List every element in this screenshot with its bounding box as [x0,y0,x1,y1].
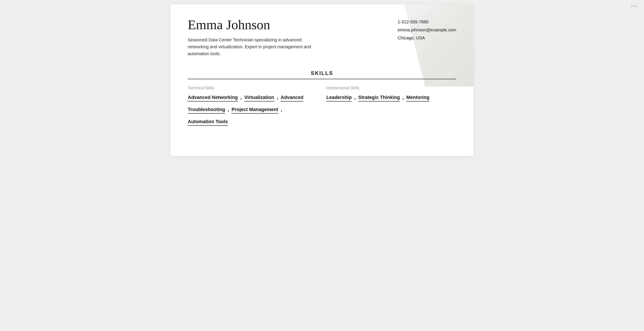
contact-location: Chicago, USA [398,36,456,40]
skill-advanced: Advanced [281,94,304,102]
skill-automation-tools: Automation Tools [188,119,228,126]
header-section: Emma Johnson Seasoned Data Center Techni… [188,17,456,57]
interpersonal-skills-column: Interpersonal Skills Leadership, Strateg… [326,86,456,131]
skill-advanced-networking: Advanced Networking [188,94,238,102]
skills-section-title: SKILLS [188,70,456,76]
skills-columns: Technical Skills Advanced Networking, Vi… [188,86,456,131]
separator-1: , [240,94,242,100]
interpersonal-skills-label: Interpersonal Skills [326,86,456,90]
skill-leadership: Leadership [326,94,352,102]
candidate-summary: Seasoned Data Center Technician speciali… [188,36,318,57]
skill-project-management: Project Management [232,107,278,114]
skill-strategic-thinking: Strategic Thinking [358,94,400,102]
technical-skills-list: Advanced Networking, Virtualization, Adv… [188,94,318,131]
header-left: Emma Johnson Seasoned Data Center Techni… [188,17,362,57]
skill-troubleshooting: Troubleshooting [188,107,225,114]
separator-4: , [281,107,282,112]
section-divider [188,79,456,79]
separator-2: , [277,94,278,100]
skill-mentoring: Mentoring [406,94,430,102]
skill-virtualization: Virtualization [244,94,274,102]
candidate-name: Emma Johnson [188,17,362,32]
contact-email: emma.johnson@example.com [398,28,456,32]
resume-page: Emma Johnson Seasoned Data Center Techni… [170,4,474,156]
interpersonal-skills-list: Leadership, Strategic Thinking, Mentorin… [326,94,456,107]
contact-info: 1-312-555-7890 emma.johnson@example.com … [398,17,456,44]
separator-6: , [402,94,404,100]
separator-3: , [228,107,229,112]
technical-skills-label: Technical Skills [188,86,318,90]
technical-skills-column: Technical Skills Advanced Networking, Vi… [188,86,318,131]
page-counter: 1 of 1 [630,4,638,8]
skills-section: SKILLS Technical Skills Advanced Network… [188,70,456,131]
contact-phone: 1-312-555-7890 [398,20,456,24]
separator-5: , [354,94,356,100]
